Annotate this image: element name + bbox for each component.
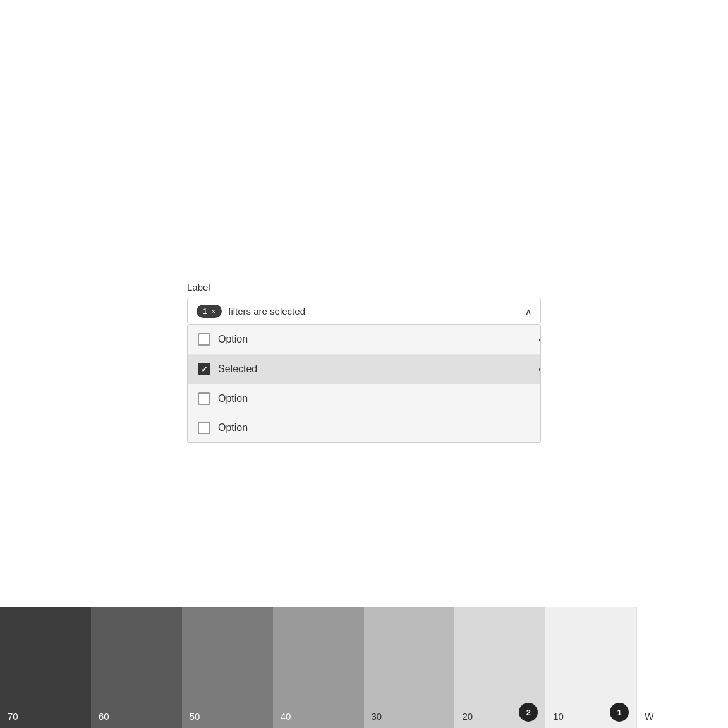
dropdown-item-wrapper-4: Option [188,413,540,442]
swatch-label-60: 60 [99,711,174,722]
checkbox-4[interactable] [198,422,210,434]
swatch-40: 40 [273,607,364,728]
swatch-20: 20 2 [454,607,545,728]
badge-count: 1 [203,306,207,316]
item-label-3: Option [218,393,248,404]
select-trigger[interactable]: 1 × filters are selected ∧ [187,298,541,325]
dropdown-item-3[interactable]: Option [188,384,540,413]
checkbox-2[interactable]: ✓ [198,363,210,375]
trigger-text: filters are selected [228,306,525,317]
dropdown-item-wrapper-2: ✓ Selected 2 [188,355,540,384]
item-label-1: Option [218,334,248,345]
annotation-dot-2 [539,368,541,372]
swatch-30: 30 [364,607,455,728]
item-label-4: Option [218,422,248,434]
swatch-label-70: 70 [8,711,83,722]
dropdown-item-1[interactable]: Option [188,325,540,355]
swatch-60: 60 [91,607,182,728]
dropdown-item-4[interactable]: Option [188,413,540,442]
dropdown-menu: Option 1 ✓ Selected [187,325,541,443]
field-label: Label [187,282,541,293]
checkbox-3[interactable] [198,392,210,405]
swatch-label-40: 40 [281,711,356,722]
swatch-label-w: W [645,711,720,722]
filter-badge[interactable]: 1 × [197,305,222,318]
dropdown-item-wrapper-3: Option [188,384,540,413]
swatch-bubble-10: 1 [610,703,629,722]
badge-close-icon[interactable]: × [211,307,215,316]
swatch-w: W [636,607,728,728]
swatch-10: 10 1 [545,607,636,728]
swatch-label-50: 50 [190,711,265,722]
swatches-bar: 70 60 50 40 30 20 2 10 1 W [0,607,728,728]
dropdown-item-2[interactable]: ✓ Selected [188,355,540,384]
component-wrapper: Label 1 × filters are selected ∧ Option [187,282,541,325]
annotation-2: 2 [539,359,541,380]
swatch-label-30: 30 [372,711,447,722]
dropdown-item-wrapper-1: Option 1 [188,325,540,355]
item-label-2: Selected [218,363,257,375]
swatch-70: 70 [0,607,91,728]
chevron-up-icon: ∧ [525,306,531,317]
swatch-50: 50 [182,607,273,728]
checkbox-1[interactable] [198,333,210,346]
main-area: Label 1 × filters are selected ∧ Option [0,0,728,607]
checkmark-icon: ✓ [201,365,208,374]
annotation-1: 1 [539,329,541,351]
annotation-dot-1 [539,338,541,342]
